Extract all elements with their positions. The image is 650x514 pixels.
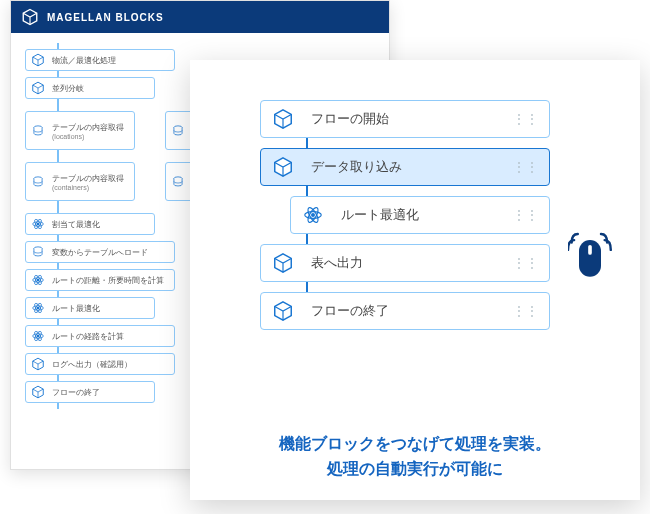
atom-icon — [30, 216, 46, 232]
db-icon — [30, 244, 46, 260]
flow-block-end[interactable]: フローの終了 ⋮⋮ — [260, 292, 550, 330]
atom-icon — [30, 300, 46, 316]
db-icon — [170, 123, 186, 139]
flow-block[interactable]: 物流／最適化処理 — [25, 49, 175, 71]
flow-block[interactable]: ルートの経路を計算 — [25, 325, 175, 347]
flow-block[interactable]: テーブルの内容取得(locations) — [25, 111, 135, 150]
cube-icon — [30, 356, 46, 372]
flow-block[interactable]: ログへ出力（確認用） — [25, 353, 175, 375]
flow-block[interactable]: 並列分岐 — [25, 77, 155, 99]
atom-icon — [301, 203, 325, 227]
drag-handle-icon[interactable]: ⋮⋮ — [513, 160, 539, 174]
flow-block[interactable]: ルート最適化 — [25, 297, 155, 319]
cube-icon — [271, 107, 295, 131]
front-flow: フローの開始 ⋮⋮ データ取り込み ⋮⋮ ルート最適化 ⋮⋮ 表へ出力 ⋮⋮ フ… — [220, 100, 610, 330]
caption: 機能ブロックをつなげて処理を実装。 処理の自動実行が可能に — [190, 432, 640, 482]
drag-handle-icon[interactable]: ⋮⋮ — [513, 256, 539, 270]
atom-icon — [30, 328, 46, 344]
cube-icon — [271, 155, 295, 179]
drag-handle-icon[interactable]: ⋮⋮ — [513, 304, 539, 318]
cube-icon — [30, 384, 46, 400]
flow-block[interactable]: 変数からテーブルへロード — [25, 241, 175, 263]
flow-block-selected[interactable]: データ取り込み ⋮⋮ — [260, 148, 550, 186]
flow-block[interactable]: テーブルの内容取得(containers) — [25, 162, 135, 201]
flow-block-output[interactable]: 表へ出力 ⋮⋮ — [260, 244, 550, 282]
cube-icon — [271, 251, 295, 275]
drag-handle-icon[interactable]: ⋮⋮ — [513, 112, 539, 126]
brand-name: MAGELLAN BLOCKS — [47, 12, 164, 23]
mouse-cursor-icon — [568, 230, 612, 282]
db-icon — [30, 174, 46, 190]
cube-icon — [30, 80, 46, 96]
flow-block[interactable]: ルートの距離・所要時間を計算 — [25, 269, 175, 291]
app-header: MAGELLAN BLOCKS — [11, 1, 389, 33]
flow-block[interactable]: 割当て最適化 — [25, 213, 155, 235]
flow-block-optimize[interactable]: ルート最適化 ⋮⋮ — [290, 196, 550, 234]
atom-icon — [30, 272, 46, 288]
cube-icon — [271, 299, 295, 323]
drag-handle-icon[interactable]: ⋮⋮ — [513, 208, 539, 222]
db-icon — [170, 174, 186, 190]
flow-block-start[interactable]: フローの開始 ⋮⋮ — [260, 100, 550, 138]
db-icon — [30, 123, 46, 139]
logo-icon — [21, 8, 39, 26]
cube-icon — [30, 52, 46, 68]
flow-group: データ取り込み ⋮⋮ ルート最適化 ⋮⋮ — [260, 148, 610, 234]
flow-block[interactable]: フローの終了 — [25, 381, 155, 403]
front-panel: フローの開始 ⋮⋮ データ取り込み ⋮⋮ ルート最適化 ⋮⋮ 表へ出力 ⋮⋮ フ… — [190, 60, 640, 500]
